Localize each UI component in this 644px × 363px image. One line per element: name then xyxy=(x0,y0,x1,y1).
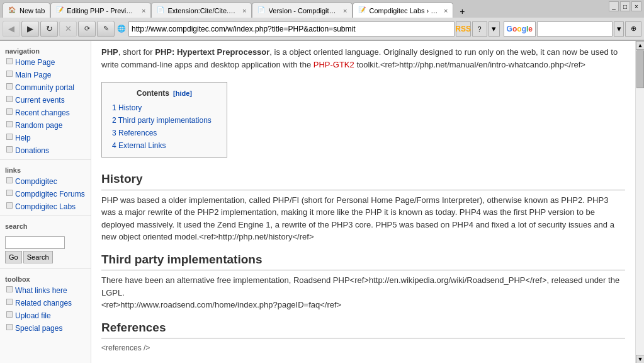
toc-title: Contents [hide] xyxy=(112,88,217,99)
nav-link[interactable]: Recent changes xyxy=(15,107,70,118)
nav-link[interactable]: Home Page xyxy=(15,57,55,68)
nav-link[interactable]: Community portal xyxy=(15,82,74,93)
link-item: Compdigitec xyxy=(0,175,91,188)
maximize-button[interactable]: □ xyxy=(620,1,630,11)
third-party-text: There have been an alternative free impl… xyxy=(101,274,625,311)
tab-label-editing: Editing PHP - Preview ... xyxy=(67,7,137,14)
tab-new-tab[interactable]: 🏠 New tab xyxy=(3,3,50,18)
toolbox-link[interactable]: What links here xyxy=(15,285,67,296)
toc-label: Contents xyxy=(137,88,169,99)
back-button[interactable]: ◀ xyxy=(3,21,20,37)
tab-version-compdigitec[interactable]: 📄 Version - Compdigitec... × xyxy=(252,3,353,18)
tab-editing-php[interactable]: 📝 Editing PHP - Preview ... × xyxy=(50,3,151,18)
toc-link[interactable]: 4 External Links xyxy=(112,141,166,150)
sidebar-link[interactable]: Compdigitec Forums xyxy=(15,188,85,200)
sidebar-link[interactable]: Compdigitec Labs xyxy=(15,201,76,212)
help-button[interactable]: ? xyxy=(472,21,487,37)
edit-button[interactable]: ✎ xyxy=(97,21,115,37)
tab-label: New tab xyxy=(20,7,45,14)
nav-item: Current events xyxy=(0,94,91,107)
toolbox-bullet xyxy=(6,324,13,330)
tab-compdigitec-labs[interactable]: 📝 Compdigitec Labs › Cr... × xyxy=(353,3,453,18)
scroll-down-button[interactable]: ▼ xyxy=(636,355,644,363)
search-go-button[interactable]: Go xyxy=(5,251,22,263)
nav-item: Community portal xyxy=(0,81,91,94)
toolbox-menu: What links hereRelated changesUpload fil… xyxy=(0,284,91,335)
tab-favicon-cite: 📄 xyxy=(157,6,165,15)
link-item: Compdigitec Labs xyxy=(0,200,91,213)
site-favicon: 🌐 xyxy=(116,23,127,35)
toc-link[interactable]: 2 Third party implementations xyxy=(112,116,212,125)
toc-link[interactable]: 1 History xyxy=(112,103,142,112)
wiki-search-input[interactable] xyxy=(5,236,65,249)
nav-link[interactable]: Current events xyxy=(15,95,65,106)
search-engine-dropdown[interactable]: ▾ xyxy=(614,21,624,37)
zoom-button[interactable]: ⊕ xyxy=(625,21,641,37)
php-title: PHP xyxy=(101,47,118,57)
links-menu: CompdigitecCompdigitec ForumsCompdigitec… xyxy=(0,175,91,213)
php-full-name: PHP: Hypertext Preprocessor xyxy=(155,47,269,57)
link-item: Compdigitec Forums xyxy=(0,188,91,200)
link-bullet xyxy=(6,177,13,183)
table-of-contents: Contents [hide] 1 History2 Third party i… xyxy=(101,82,227,158)
close-window-button[interactable]: × xyxy=(631,1,641,11)
nav-item: Help xyxy=(0,132,91,144)
toc-item: 1 History xyxy=(112,101,217,114)
rss-button[interactable]: RSS xyxy=(456,21,471,37)
forward-button[interactable]: ▶ xyxy=(21,21,39,37)
tab-close-cite[interactable]: × xyxy=(242,7,246,14)
history-text: PHP was based a older implementation, ca… xyxy=(101,194,625,243)
toc-hide-button[interactable]: [hide] xyxy=(173,88,192,99)
nav-item: Donations xyxy=(0,144,91,157)
reload-button[interactable]: ↻ xyxy=(40,21,58,37)
tab-close-editing[interactable]: × xyxy=(142,7,145,14)
main-content: PHP, short for PHP: Hypertext Preprocess… xyxy=(91,41,635,363)
toolbox-link[interactable]: Special pages xyxy=(15,323,62,334)
references-content: <references /> xyxy=(101,342,625,354)
tab-close-labs[interactable]: × xyxy=(444,7,448,14)
search-section: Go Search xyxy=(0,231,91,266)
nav-link[interactable]: Help xyxy=(15,132,31,144)
address-bar[interactable] xyxy=(128,21,455,37)
links-divider xyxy=(0,216,91,216)
search-engine-button[interactable]: Google xyxy=(504,21,536,37)
tab-favicon-version: 📄 xyxy=(257,6,266,15)
link-bullet xyxy=(6,202,13,209)
address-dropdown[interactable]: ▾ xyxy=(489,21,500,37)
scrollbar: ▲ ▼ xyxy=(635,41,644,363)
toc-item: 4 External Links xyxy=(112,139,217,152)
tab-close-version[interactable]: × xyxy=(343,7,347,14)
toolbox-link[interactable]: Upload file xyxy=(15,310,51,321)
scrollbar-thumb[interactable] xyxy=(636,50,644,88)
nav-link[interactable]: Main Page xyxy=(15,69,51,81)
nav-bullet xyxy=(6,108,13,115)
nav-link[interactable]: Random page xyxy=(15,120,62,131)
new-tab-button[interactable]: + xyxy=(456,5,468,18)
intro-text3: toolkit.<ref>http://php.net/manual/en/in… xyxy=(354,60,585,69)
toolbox-link[interactable]: Related changes xyxy=(15,297,72,309)
tab-extension-cite[interactable]: 📄 Extension:Cite/Cite.ph... × xyxy=(151,3,252,18)
stop-button[interactable]: ✕ xyxy=(59,21,77,37)
php-gtk2-link[interactable]: PHP-GTK2 xyxy=(314,60,354,69)
toc-link[interactable]: 3 References xyxy=(112,129,157,137)
nav-bullet xyxy=(6,83,13,89)
refresh-button[interactable]: ⟳ xyxy=(78,21,96,37)
toc-item: 2 Third party implementations xyxy=(112,114,217,127)
sidebar-link[interactable]: Compdigitec xyxy=(15,176,57,187)
tab-favicon: 🏠 xyxy=(8,6,17,15)
toolbox-item: Upload file xyxy=(0,309,91,322)
nav-bullet xyxy=(6,71,13,77)
nav-item: Home Page xyxy=(0,56,91,69)
minimize-button[interactable]: _ xyxy=(609,1,619,11)
nav-bullet xyxy=(6,134,13,140)
toolbox-title: toolbox xyxy=(0,272,91,284)
tab-label-labs: Compdigitec Labs › Cr... xyxy=(369,7,438,14)
tab-label-cite: Extension:Cite/Cite.ph... xyxy=(167,7,237,14)
scroll-up-button[interactable]: ▲ xyxy=(636,41,644,50)
nav-bullet xyxy=(6,58,13,64)
nav-bullet xyxy=(6,121,13,127)
nav-divider xyxy=(0,159,91,160)
browser-search-input[interactable] xyxy=(537,21,613,37)
search-submit-button[interactable]: Search xyxy=(23,251,53,263)
nav-link[interactable]: Donations xyxy=(15,145,49,156)
